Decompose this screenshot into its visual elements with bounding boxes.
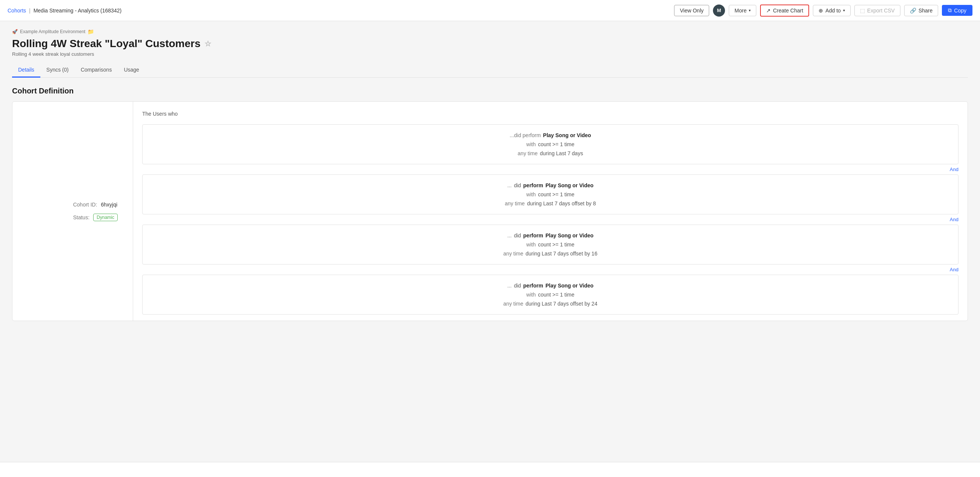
status-label: Status: <box>73 214 90 220</box>
tab-comparisons[interactable]: Comparisons <box>75 63 118 78</box>
condition-2-with-row: with count >= 1 time <box>152 190 949 199</box>
and-separator-3: And <box>142 265 958 275</box>
section-title: Cohort Definition <box>12 87 968 95</box>
chart-icon: ↗ <box>766 8 771 14</box>
cohort-id-row: Cohort ID: 6hxyjqi <box>73 201 117 208</box>
breadcrumb-separator: | <box>29 8 30 14</box>
condition-1-during: during Last 7 days <box>540 151 583 156</box>
condition-2-event-row: ... did perform Play Song or Video <box>152 181 949 190</box>
copy-button[interactable]: ⧉ Copy <box>942 5 972 16</box>
condition-1-time-row: any time during Last 7 days <box>152 149 949 158</box>
header-actions: View Only M More ▾ ↗ Create Chart ⊕ Add … <box>674 5 972 17</box>
add-to-chevron-icon: ▾ <box>843 8 845 13</box>
star-icon[interactable]: ☆ <box>204 39 211 48</box>
cohort-id-label: Cohort ID: <box>73 201 97 208</box>
env-name: Example Amplitude Environment <box>20 29 85 34</box>
condition-1-count: count >= 1 time <box>538 141 574 147</box>
conditions-list: ...did perform Play Song or Video with c… <box>142 124 958 315</box>
condition-4-with-row: with count >= 1 time <box>152 290 949 299</box>
share-label: Share <box>918 8 932 14</box>
breadcrumb-cohorts[interactable]: Cohorts <box>8 8 26 14</box>
condition-2-count: count >= 1 time <box>538 192 574 197</box>
condition-1-with-row: with count >= 1 time <box>152 140 949 149</box>
copy-label: Copy <box>954 8 966 14</box>
cohort-subtitle: Rolling 4 week streak loyal customers <box>12 51 968 57</box>
condition-4-anytime: any time <box>503 301 523 307</box>
condition-2-did: did <box>514 182 521 189</box>
add-to-button[interactable]: ⊕ Add to ▾ <box>813 5 850 16</box>
header: Cohorts | Media Streaming - Analytics (1… <box>0 0 980 21</box>
copy-icon: ⧉ <box>948 7 952 14</box>
condition-3-event: Play Song or Video <box>546 233 593 239</box>
cohort-id-value: 6hxyjqi <box>101 201 118 208</box>
condition-3-dots: ... <box>508 233 512 239</box>
condition-1-anytime: any time <box>517 151 538 156</box>
add-to-label: Add to <box>825 8 840 14</box>
cohort-status-row: Status: Dynamic <box>73 214 118 221</box>
tab-usage[interactable]: Usage <box>118 63 145 78</box>
tab-syncs[interactable]: Syncs (0) <box>40 63 75 78</box>
condition-3-event-row: ... did perform Play Song or Video <box>152 231 949 240</box>
condition-3-with-row: with count >= 1 time <box>152 240 949 249</box>
condition-3-time-row: any time during Last 7 days offset by 16 <box>152 249 949 258</box>
condition-3-did: did <box>514 233 521 239</box>
status-badge: Dynamic <box>93 214 118 221</box>
condition-3-count: count >= 1 time <box>538 241 574 247</box>
cohort-left-panel: Cohort ID: 6hxyjqi Status: Dynamic <box>13 102 133 321</box>
condition-4-during: during Last 7 days offset by 24 <box>525 301 597 307</box>
condition-4-with: with <box>526 292 536 298</box>
condition-1-event-row: ...did perform Play Song or Video <box>152 131 949 140</box>
condition-2-perform: perform <box>523 182 543 189</box>
condition-1-event: Play Song or Video <box>543 132 591 138</box>
condition-block-3: ... did perform Play Song or Video with … <box>142 225 958 265</box>
and-separator-2: And <box>142 214 958 225</box>
export-csv-label: Export CSV <box>867 8 895 14</box>
condition-2-dots: ... <box>508 182 512 189</box>
condition-2-with: with <box>526 192 536 197</box>
cohort-title-area: Rolling 4W Streak "Loyal" Customers ☆ <box>12 38 968 50</box>
condition-3-with: with <box>526 241 536 247</box>
env-label: 🚀 Example Amplitude Environment 📁 <box>12 29 968 35</box>
more-button[interactable]: More ▾ <box>729 5 756 16</box>
cohort-right-panel: The Users who ...did perform Play Song o… <box>133 102 967 321</box>
create-chart-label: Create Chart <box>773 8 803 14</box>
and-separator-1: And <box>142 164 958 174</box>
tab-details[interactable]: Details <box>12 63 40 78</box>
main-content: 🚀 Example Amplitude Environment 📁 Rollin… <box>0 21 980 328</box>
tab-bar: Details Syncs (0) Comparisons Usage <box>12 63 968 78</box>
condition-4-did: did <box>514 282 521 288</box>
condition-1-with: with <box>526 141 536 147</box>
condition-block-1: ...did perform Play Song or Video with c… <box>142 124 958 164</box>
export-icon: ⬚ <box>860 8 865 14</box>
link-icon: 🔗 <box>910 8 916 14</box>
condition-4-perform: perform <box>523 282 543 288</box>
condition-2-during: during Last 7 days offset by 8 <box>527 200 596 206</box>
condition-2-time-row: any time during Last 7 days offset by 8 <box>152 199 949 208</box>
plus-icon: ⊕ <box>819 8 823 14</box>
condition-2-event: Play Song or Video <box>546 182 593 189</box>
condition-1-prefix: ...did perform <box>510 132 541 138</box>
create-chart-button[interactable]: ↗ Create Chart <box>760 5 809 17</box>
cohort-metadata: Cohort ID: 6hxyjqi Status: Dynamic <box>73 201 118 221</box>
condition-2-anytime: any time <box>505 200 525 206</box>
avatar: M <box>713 5 725 17</box>
condition-block-2: ... did perform Play Song or Video with … <box>142 174 958 214</box>
page-title: Media Streaming - Analytics (168342) <box>33 8 121 14</box>
view-only-button[interactable]: View Only <box>674 5 709 16</box>
condition-3-perform: perform <box>523 233 543 239</box>
breadcrumb-area: Cohorts | Media Streaming - Analytics (1… <box>8 8 121 14</box>
users-who-label: The Users who <box>142 108 958 120</box>
condition-4-event-row: ... did perform Play Song or Video <box>152 281 949 290</box>
condition-3-anytime: any time <box>503 250 523 257</box>
condition-4-count: count >= 1 time <box>538 292 574 298</box>
condition-4-dots: ... <box>508 282 512 288</box>
condition-4-time-row: any time during Last 7 days offset by 24 <box>152 299 949 308</box>
chevron-down-icon: ▾ <box>749 8 751 13</box>
share-button[interactable]: 🔗 Share <box>904 5 938 16</box>
cohort-definition-card: Cohort ID: 6hxyjqi Status: Dynamic The U… <box>12 101 968 321</box>
export-csv-button: ⬚ Export CSV <box>854 5 900 16</box>
folder-icon: 📁 <box>88 29 94 35</box>
condition-block-4: ... did perform Play Song or Video with … <box>142 275 958 315</box>
cohort-title: Rolling 4W Streak "Loyal" Customers <box>12 38 200 50</box>
condition-3-during: during Last 7 days offset by 16 <box>525 250 597 257</box>
